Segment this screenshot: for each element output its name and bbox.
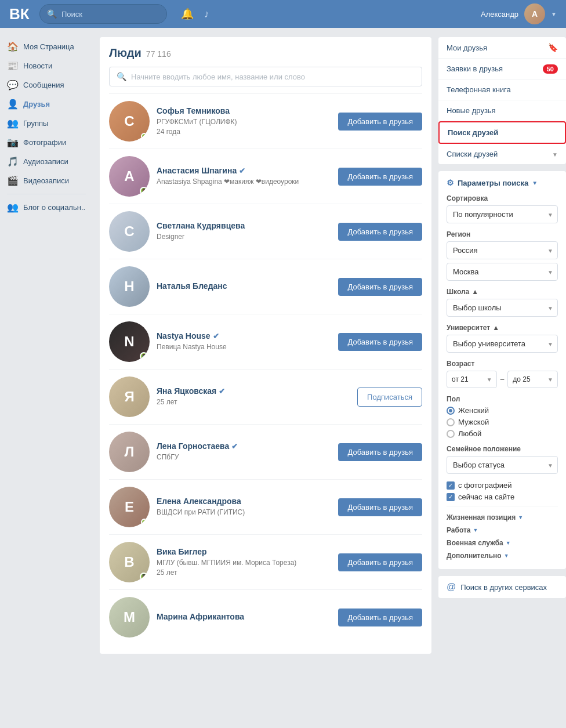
sidebar-item-groups[interactable]: 👥 Группы xyxy=(0,114,93,133)
person-item: Н Наталья Бледанс Добавить в друзья xyxy=(109,259,422,314)
gender-male-radio[interactable] xyxy=(447,418,455,426)
person-name[interactable]: Светлана Кудрявцева xyxy=(157,221,331,230)
content-area: Люди 77 116 🔍 С Софья Темникова РГУФКСМи… xyxy=(93,28,438,663)
person-info: Софья Темникова РГУФКСМиТ (ГЦОЛИФК)24 го… xyxy=(157,106,331,137)
user-avatar[interactable]: А xyxy=(524,3,545,24)
header-search-input[interactable] xyxy=(61,10,159,19)
university-select[interactable]: Выбор университета xyxy=(447,335,558,353)
university-label[interactable]: Университет ▲ xyxy=(447,324,558,332)
gender-male[interactable]: Мужской xyxy=(447,418,558,426)
university-group: Университет ▲ Выбор университета ▼ xyxy=(447,324,558,353)
person-name[interactable]: Анастасия Шпагина✔ xyxy=(157,166,331,175)
add-friend-button[interactable]: Добавить в друзья xyxy=(338,223,422,241)
gender-female-radio[interactable] xyxy=(447,407,455,415)
username-label[interactable]: Александр xyxy=(481,10,518,19)
online-checkbox[interactable]: ✓ xyxy=(447,493,455,501)
person-name[interactable]: Вика Биглер xyxy=(157,547,331,556)
country-select[interactable]: Россия Украина Беларусь xyxy=(447,241,558,259)
school-select[interactable]: Выбор школы xyxy=(447,299,558,317)
friends-panel: Люди 77 116 🔍 С Софья Темникова РГУФКСМи… xyxy=(100,37,431,654)
add-friend-button[interactable]: Добавить в друзья xyxy=(338,443,422,461)
people-count: 77 116 xyxy=(146,49,171,59)
gender-any-radio[interactable] xyxy=(447,430,455,438)
sidebar-item-news[interactable]: 📰 Новости xyxy=(0,56,93,75)
sort-select-wrapper: По популярности По алфавиту По дате реги… xyxy=(447,205,558,223)
region-group: Регион Россия Украина Беларусь ▼ Москва … xyxy=(447,230,558,281)
sidebar-item-photos[interactable]: 📷 Фотографии xyxy=(0,133,93,152)
right-menu-label: Мои друзья xyxy=(447,44,487,52)
person-name[interactable]: Елена Александрова xyxy=(157,497,331,506)
city-select[interactable]: Москва Санкт-Петербург Новосибирск xyxy=(447,263,558,281)
with-photo-item[interactable]: ✓ с фотографией xyxy=(447,481,558,490)
age-from-select[interactable]: от 18 от 19 от 20 от 21 от 22 от 23 xyxy=(447,371,497,388)
sort-group: Сортировка По популярности По алфавиту П… xyxy=(447,194,558,223)
add-friend-button[interactable]: Добавить в друзья xyxy=(338,498,422,516)
sidebar-item-blog[interactable]: 👥 Блог о социальн.. xyxy=(0,198,93,217)
main-layout: 🏠 Моя Страница 📰 Новости 💬 Сообщения 👤 Д… xyxy=(0,0,566,663)
verified-icon: ✔ xyxy=(213,332,219,341)
photos-icon: 📷 xyxy=(7,137,17,148)
extra-label[interactable]: Дополнительно ▼ xyxy=(447,549,558,562)
person-item: N 📱 Nastya House✔ Певица Nastya House До… xyxy=(109,314,422,369)
online-dot xyxy=(141,519,148,526)
other-services[interactable]: @ Поиск в других сервисах xyxy=(438,576,566,598)
sort-select[interactable]: По популярности По алфавиту По дате реги… xyxy=(447,205,558,223)
online-check: ✓ xyxy=(448,494,453,500)
add-friend-button[interactable]: Добавить в друзья xyxy=(338,113,422,131)
music-icon[interactable]: ♪ xyxy=(204,8,209,20)
family-select[interactable]: Выбор статуса xyxy=(447,456,558,474)
university-expand-icon: ▲ xyxy=(492,324,499,332)
vk-logo[interactable]: ВК xyxy=(9,5,30,23)
age-to-select[interactable]: до 22 до 23 до 24 до 25 до 26 до 27 xyxy=(507,371,558,388)
sidebar-item-friends[interactable]: 👤 Друзья xyxy=(0,95,93,114)
add-friend-button[interactable]: Добавить в друзья xyxy=(338,168,422,186)
add-friend-button[interactable]: Добавить в друзья xyxy=(338,553,422,571)
add-friend-button[interactable]: Добавить в друзья xyxy=(338,333,422,351)
with-photo-checkbox[interactable]: ✓ xyxy=(447,481,455,490)
right-menu-item-find-friends[interactable]: Поиск друзей xyxy=(438,121,566,144)
gender-label: Пол xyxy=(447,395,558,403)
header-right: Александр А ▼ xyxy=(481,3,557,24)
person-info: Лена Горностаева✔ СПбГУ xyxy=(157,441,331,462)
person-details: Designer xyxy=(157,232,331,242)
sidebar-label-friends: Друзья xyxy=(23,100,50,108)
user-dropdown-icon[interactable]: ▼ xyxy=(551,11,557,17)
add-friend-button[interactable]: Добавить в друзья xyxy=(338,278,422,296)
news-icon: 📰 xyxy=(7,60,17,71)
age-row: от 18 от 19 от 20 от 21 от 22 от 23 ▼ – … xyxy=(447,371,558,388)
sidebar-item-messages[interactable]: 💬 Сообщения xyxy=(0,75,93,95)
right-menu-item-friend-lists[interactable]: Списки друзей ▼ xyxy=(438,144,566,164)
gender-female[interactable]: Женский xyxy=(447,406,558,415)
notifications-icon[interactable]: 🔔 xyxy=(181,8,194,20)
person-name[interactable]: Лена Горностаева✔ xyxy=(157,441,331,451)
gender-any[interactable]: Любой xyxy=(447,429,558,438)
person-name[interactable]: Яна Яцковская✔ xyxy=(157,386,350,396)
bookmark-icon: 🔖 xyxy=(548,43,558,52)
person-name[interactable]: Марина Африкантова xyxy=(157,612,331,621)
person-name[interactable]: Наталья Бледанс xyxy=(157,281,331,291)
sidebar-item-video[interactable]: 🎬 Видеозаписи xyxy=(0,171,93,190)
verified-icon: ✔ xyxy=(239,166,245,175)
right-menu-item-my-friends[interactable]: Мои друзья 🔖 xyxy=(438,37,566,59)
person-details: РГУФКСМиТ (ГЦОЛИФК)24 года xyxy=(157,117,331,137)
online-item[interactable]: ✓ сейчас на сайте xyxy=(447,492,558,501)
person-name[interactable]: Nastya House✔ xyxy=(157,331,331,341)
military-label[interactable]: Военная служба ▼ xyxy=(447,537,558,549)
life-position-label[interactable]: Жизненная позиция ▼ xyxy=(447,511,558,524)
person-details: Anastasiya Shpagina ❤макияж ❤видеоуроки xyxy=(157,177,331,187)
people-search-input[interactable] xyxy=(131,73,415,81)
work-label[interactable]: Работа ▼ xyxy=(447,524,558,537)
age-separator: – xyxy=(500,375,505,383)
add-friend-button[interactable]: Добавить в друзья xyxy=(338,609,422,626)
gender-male-label: Мужской xyxy=(458,418,489,426)
right-menu-item-new-friends[interactable]: Новые друзья xyxy=(438,100,566,121)
sidebar-item-audio[interactable]: 🎵 Аудиозаписи xyxy=(0,152,93,171)
subscribe-button[interactable]: Подписаться xyxy=(357,387,422,407)
person-name[interactable]: Софья Темникова xyxy=(157,106,331,115)
school-label[interactable]: Школа ▲ xyxy=(447,288,558,296)
params-header[interactable]: ⚙ Параметры поиска ▼ xyxy=(447,178,558,187)
sidebar-item-my-page[interactable]: 🏠 Моя Страница xyxy=(0,37,93,56)
person-avatar: N 📱 xyxy=(109,321,150,362)
right-menu-item-phone-book[interactable]: Телефонная книга xyxy=(438,79,566,100)
right-menu-item-friend-requests[interactable]: Заявки в друзья 50 xyxy=(438,59,566,79)
